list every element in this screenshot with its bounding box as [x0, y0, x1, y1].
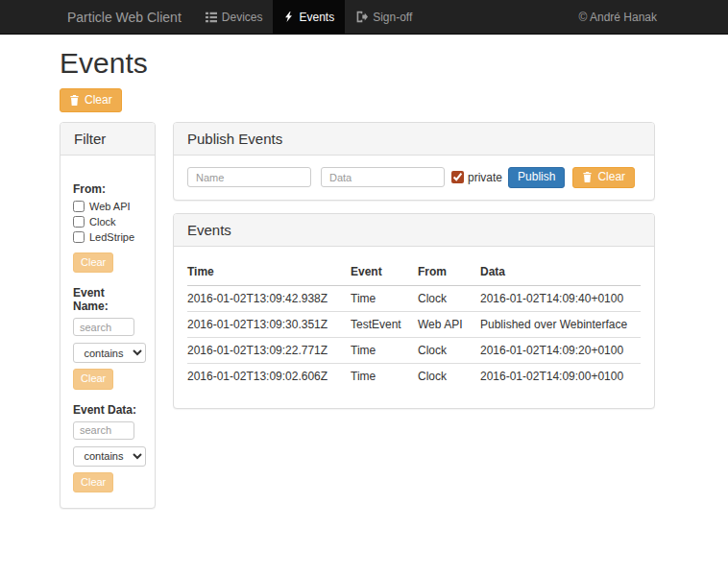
filter-checkbox-clock[interactable]: Clock	[73, 216, 142, 228]
cell-time: 2016-01-02T13:09:42.938Z	[187, 285, 351, 311]
events-table-header-row: Time Event From Data	[187, 260, 641, 286]
webapi-checkbox[interactable]	[73, 201, 85, 212]
event-data-search-input[interactable]	[73, 421, 134, 440]
publish-name-input[interactable]	[187, 167, 311, 187]
cell-event: Time	[351, 363, 418, 389]
private-checkbox[interactable]	[451, 171, 464, 183]
table-row: 2016-01-02T13:09:42.938Z Time Clock 2016…	[187, 285, 641, 311]
copyright-text: © André Hanak	[578, 11, 657, 24]
content-column: Publish Events private Publish	[173, 122, 655, 409]
cell-time: 2016-01-02T13:09:02.606Z	[187, 363, 351, 389]
publish-events-panel: Publish Events private Publish	[173, 122, 655, 201]
nav-item-events[interactable]: Events	[273, 0, 345, 34]
flash-icon	[283, 11, 294, 23]
webapi-label: Web API	[89, 201, 131, 212]
filter-group-event-data: Event Data: contains Clear	[73, 403, 142, 492]
filter-group-event-name: Event Name: contains Clear	[73, 286, 142, 389]
publish-clear-button[interactable]: Clear	[572, 167, 635, 188]
navbar: Particle Web Client Devices Events	[0, 0, 728, 35]
main-content: Events Clear Filter From: Web API	[60, 47, 655, 509]
nav-links: Devices Events Sign-off	[195, 0, 424, 34]
cell-data: 2016-01-02T14:09:00+0100	[480, 363, 641, 389]
cell-from: Clock	[418, 337, 480, 363]
events-panel-title: Events	[174, 214, 654, 247]
table-row: 2016-01-02T13:09:02.606Z Time Clock 2016…	[187, 363, 641, 389]
event-data-label: Event Data:	[73, 403, 142, 417]
ledstripe-label: LedStripe	[89, 231, 134, 243]
brand[interactable]: Particle Web Client	[60, 0, 189, 34]
page-title: Events	[60, 47, 655, 80]
from-label: From:	[73, 182, 142, 196]
from-clear-button[interactable]: Clear	[73, 252, 113, 273]
column-header-time: Time	[187, 260, 351, 286]
nav-item-signoff[interactable]: Sign-off	[345, 0, 423, 34]
event-data-clear-button[interactable]: Clear	[73, 472, 113, 492]
filter-checkbox-webapi[interactable]: Web API	[73, 201, 142, 212]
nav-item-label: Events	[299, 11, 334, 24]
events-panel: Events Time Event From Data	[173, 213, 655, 409]
cell-data: 2016-01-02T14:09:40+0100	[480, 285, 641, 311]
publish-clear-label: Clear	[597, 169, 625, 185]
nav-item-devices[interactable]: Devices	[195, 0, 274, 34]
private-label: private	[468, 171, 502, 184]
cell-event: TestEvent	[351, 311, 418, 337]
table-row: 2016-01-02T13:09:22.771Z Time Clock 2016…	[187, 337, 641, 363]
sign-out-icon	[355, 11, 368, 23]
event-data-mode-select[interactable]: contains	[73, 446, 146, 467]
ledstripe-checkbox[interactable]	[73, 231, 85, 243]
filter-checkbox-ledstripe[interactable]: LedStripe	[73, 231, 142, 243]
event-name-clear-button[interactable]: Clear	[73, 369, 113, 389]
cell-from: Web API	[418, 311, 480, 337]
list-icon	[206, 12, 217, 23]
event-name-search-input[interactable]	[73, 318, 134, 336]
clock-checkbox[interactable]	[73, 216, 85, 228]
publish-data-input[interactable]	[321, 167, 445, 187]
page-clear-label: Clear	[85, 92, 112, 108]
filter-panel: Filter From: Web API Clock	[60, 122, 156, 509]
nav-item-label: Sign-off	[373, 11, 412, 24]
cell-from: Clock	[418, 285, 480, 311]
clock-label: Clock	[89, 216, 116, 228]
table-row: 2016-01-02T13:09:30.351Z TestEvent Web A…	[187, 311, 641, 337]
cell-event: Time	[351, 285, 418, 311]
column-header-event: Event	[351, 260, 418, 286]
column-header-data: Data	[480, 260, 641, 286]
nav-item-label: Devices	[222, 11, 263, 24]
filter-group-from: From: Web API Clock LedStripe	[73, 182, 142, 273]
cell-data: 2016-01-02T14:09:20+0100	[480, 337, 641, 363]
filter-column: Filter From: Web API Clock	[60, 122, 156, 509]
publish-panel-title: Publish Events	[174, 123, 654, 156]
private-checkbox-wrap[interactable]: private	[451, 171, 502, 184]
cell-time: 2016-01-02T13:09:22.771Z	[187, 337, 351, 363]
cell-from: Clock	[418, 363, 480, 389]
trash-icon	[582, 172, 593, 182]
filter-panel-title: Filter	[61, 123, 155, 156]
page-clear-button[interactable]: Clear	[60, 88, 122, 112]
column-header-from: From	[418, 260, 480, 286]
cell-data: Published over Webinterface	[480, 311, 641, 337]
cell-time: 2016-01-02T13:09:30.351Z	[187, 311, 351, 337]
event-name-mode-select[interactable]: contains	[73, 343, 146, 363]
cell-event: Time	[351, 337, 418, 363]
publish-button[interactable]: Publish	[508, 167, 565, 188]
event-name-label: Event Name:	[73, 286, 142, 313]
trash-icon	[69, 95, 80, 106]
events-table: Time Event From Data 2016-01-02T13:09:42…	[187, 260, 641, 389]
